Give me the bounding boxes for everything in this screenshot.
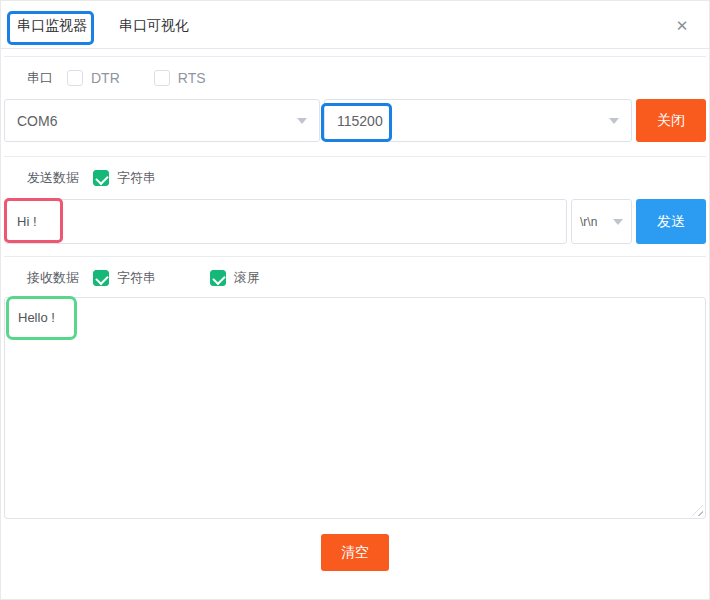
send-data-header: 发送数据 字符串 <box>4 157 706 199</box>
receive-string-checkbox[interactable]: 字符串 <box>93 269 156 287</box>
chevron-down-icon <box>609 118 619 124</box>
dtr-checkbox[interactable]: DTR <box>67 70 120 86</box>
tab-bar: 串口监视器 串口可视化 ✕ <box>1 1 709 49</box>
send-string-checkbox-box[interactable] <box>93 170 109 186</box>
footer-bar: 清空 <box>1 534 709 571</box>
receive-output-wrap: Hello ! <box>4 297 706 519</box>
send-data-title: 发送数据 <box>27 169 79 187</box>
send-controls: \r\n 发送 <box>4 199 706 244</box>
tab-serial-plotter[interactable]: 串口可视化 <box>103 1 205 49</box>
scroll-checkbox-label: 滚屏 <box>234 269 260 287</box>
port-select-value: COM6 <box>17 113 57 129</box>
port-select[interactable]: COM6 <box>4 99 320 142</box>
send-data-section: 发送数据 字符串 \r\n 发送 <box>4 156 706 251</box>
send-string-checkbox[interactable]: 字符串 <box>93 169 156 187</box>
serial-monitor-window: 串口监视器 串口可视化 ✕ 串口 DTR RTS COM6 115200 <box>0 0 710 600</box>
tab-serial-monitor[interactable]: 串口监视器 <box>1 1 103 49</box>
send-button[interactable]: 发送 <box>636 199 706 244</box>
rts-checkbox-box[interactable] <box>154 70 170 86</box>
receive-string-checkbox-label: 字符串 <box>117 269 156 287</box>
baud-rate-value: 115200 <box>337 113 383 129</box>
line-ending-select[interactable]: \r\n <box>571 199 632 244</box>
serial-port-controls: COM6 115200 关闭 <box>4 99 706 142</box>
rts-checkbox-label: RTS <box>178 70 206 86</box>
receive-output[interactable]: Hello ! <box>4 297 706 519</box>
send-string-checkbox-label: 字符串 <box>117 169 156 187</box>
serial-port-section: 串口 DTR RTS COM6 115200 关闭 <box>4 56 706 151</box>
scroll-checkbox-box[interactable] <box>210 270 226 286</box>
scroll-checkbox[interactable]: 滚屏 <box>210 269 260 287</box>
close-port-button[interactable]: 关闭 <box>636 99 706 142</box>
receive-data-section: 接收数据 字符串 滚屏 Hello ! <box>4 256 706 524</box>
receive-data-title: 接收数据 <box>27 269 79 287</box>
baud-rate-select[interactable]: 115200 <box>324 99 632 142</box>
chevron-down-icon <box>297 118 307 124</box>
rts-checkbox[interactable]: RTS <box>154 70 206 86</box>
line-ending-value: \r\n <box>580 215 597 229</box>
serial-port-header: 串口 DTR RTS <box>4 57 706 99</box>
receive-data-header: 接收数据 字符串 滚屏 <box>4 257 706 299</box>
chevron-down-icon <box>613 219 623 225</box>
send-input[interactable] <box>4 199 567 244</box>
close-icon[interactable]: ✕ <box>671 15 693 37</box>
dtr-checkbox-box[interactable] <box>67 70 83 86</box>
receive-string-checkbox-box[interactable] <box>93 270 109 286</box>
dtr-checkbox-label: DTR <box>91 70 120 86</box>
clear-button[interactable]: 清空 <box>321 534 389 571</box>
serial-port-title: 串口 <box>27 69 53 87</box>
